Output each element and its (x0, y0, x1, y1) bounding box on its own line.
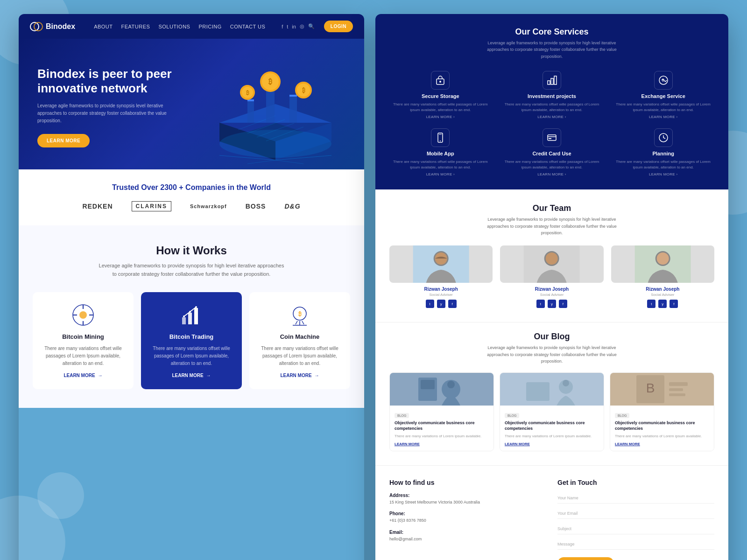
linkedin-icon: in (292, 24, 296, 29)
facebook-icon[interactable]: f (448, 300, 457, 308)
blog-post-1-link[interactable]: Learn More (395, 442, 489, 446)
logo-icon (30, 22, 43, 31)
blog-section: Our Blog Leverage agile frameworks to pr… (375, 322, 728, 465)
mining-title: Bitcoin Mining (40, 333, 126, 340)
blog-post-3-link[interactable]: Learn More (615, 442, 709, 446)
svg-rect-14 (247, 99, 254, 123)
team-grid: Rizwan Joseph Social Adviser t y f (389, 245, 714, 308)
how-it-works-section: How it Works Leverage agile frameworks t… (19, 225, 364, 408)
blog-image-2 (500, 373, 604, 406)
youtube-icon-3[interactable]: y (658, 300, 667, 308)
trading-title: Bitcoin Trading (148, 333, 234, 340)
email-label: Email: (389, 530, 546, 535)
left-website-panel: Binodex ABOUT FEATURES SOLUTIONS PRICING… (19, 14, 364, 560)
hero-cta-button[interactable]: LEARN MORE (37, 134, 90, 147)
search-icon[interactable]: 🔍 (308, 23, 315, 29)
get-in-touch-title: Get in Touch (557, 479, 714, 486)
service-6-link[interactable]: LEARN MORE › (612, 172, 714, 176)
blog-post-2-link[interactable]: Learn More (505, 442, 599, 446)
service-investment: Investment projects There are many varia… (501, 71, 603, 119)
credit-icon (543, 128, 561, 147)
hero-description: Leverage agile frameworks to provide syn… (37, 102, 177, 125)
svg-line-28 (247, 160, 275, 164)
service-1-link[interactable]: LEARN MORE › (389, 115, 492, 119)
twitter-icon-3[interactable]: t (647, 300, 655, 308)
service-credit: Credit Card Use There are many variation… (501, 128, 603, 176)
blog-tag-1: BLOG (395, 413, 409, 418)
contact-subject-input[interactable] (557, 524, 714, 534)
nav-pricing[interactable]: PRICING (198, 24, 221, 29)
twitter-icon-2[interactable]: t (536, 300, 545, 308)
service-4-link[interactable]: LEARN MORE › (389, 172, 492, 176)
team-member-2: Rizwan Joseph Social Adviser t y f (500, 245, 603, 308)
svg-rect-79 (526, 382, 550, 401)
twitter-icon[interactable]: t (426, 300, 434, 308)
team-member-3: Rizwan Joseph Social Adviser t y f (611, 245, 714, 308)
services-subtitle: Leverage agile frameworks to provide syn… (486, 40, 617, 60)
svg-rect-50 (548, 81, 550, 84)
member-2-socials: t y f (500, 300, 603, 308)
planning-icon (654, 128, 673, 147)
email-item: Email: hello@gmail.com (389, 530, 546, 543)
social-nav-icons: f t in ◎ 🔍 (282, 23, 315, 29)
address-value: 15 King Street Melbourne Victoria 3000 A… (389, 499, 546, 506)
trusted-heading: Trusted Over 2300 + Companies in the Wor… (37, 183, 345, 192)
svg-rect-87 (669, 393, 685, 396)
arrow-right-icon-2: → (206, 373, 211, 378)
svg-rect-75 (421, 380, 435, 389)
service-mobile: Mobile App There are many variations off… (389, 128, 492, 176)
facebook-icon-3[interactable]: f (669, 300, 678, 308)
svg-point-77 (447, 381, 455, 388)
member-3-socials: t y f (611, 300, 714, 308)
contact-email-input[interactable] (557, 508, 714, 519)
submit-button[interactable]: SEND MESSAGE (557, 557, 614, 560)
svg-rect-85 (669, 382, 688, 386)
hero-title: Binodex is peer to peer innovative netwo… (37, 67, 177, 96)
address-item: Address: 15 King Street Melbourne Victor… (389, 493, 546, 506)
service-5-link[interactable]: LEARN MORE › (501, 172, 603, 176)
nav-solutions[interactable]: SOLUTIONS (158, 24, 190, 29)
blog-post-1: BLOG Objectively communicate business co… (389, 372, 494, 451)
nav-about[interactable]: ABOUT (94, 24, 113, 29)
youtube-icon[interactable]: y (437, 300, 445, 308)
phone-value: +61 (0)3 8376 7850 (389, 518, 546, 524)
member-1-socials: t y f (389, 300, 493, 308)
facebook-icon-2[interactable]: f (559, 300, 567, 308)
twitter-icon: t (287, 24, 288, 29)
contact-message-input[interactable] (557, 539, 714, 550)
contact-name-input[interactable] (557, 493, 714, 504)
investment-icon (543, 71, 561, 90)
blog-post-3-desc: There are many variations of Lorem ipsum… (615, 434, 709, 439)
login-button[interactable]: LOGIN (324, 21, 353, 32)
arrow-right-icon-3: → (315, 373, 319, 378)
svg-text:₿: ₿ (298, 311, 302, 317)
blog-post-2: BLOG Objectively communicate business co… (500, 372, 604, 451)
contact-grid: How to find us Address: 15 King Street M… (389, 479, 714, 560)
svg-text:₿: ₿ (246, 90, 249, 96)
service-2-link[interactable]: LEARN MORE › (501, 115, 603, 119)
svg-rect-37 (188, 313, 192, 324)
svg-point-25 (219, 130, 331, 158)
exchange-icon (654, 71, 673, 90)
blog-grid: BLOG Objectively communicate business co… (389, 372, 714, 451)
blog-content-1: BLOG Objectively communicate business co… (390, 406, 493, 451)
nav-contact[interactable]: CONTACT US (230, 24, 266, 29)
member-2-role: Social Adviser (500, 293, 603, 297)
brand-clarins: CLARINS (132, 201, 171, 211)
works-card-trading: Bitcoin Trading There are many variation… (141, 292, 242, 389)
works-cards-container: Bitcoin Mining There are many variations… (33, 292, 350, 389)
nav-features[interactable]: FEATURES (121, 24, 150, 29)
mining-learn-more[interactable]: LEARN MORE → (40, 373, 126, 378)
mobile-icon (431, 128, 450, 147)
service-2-title: Investment projects (501, 93, 603, 99)
brand-boss: BOSS (246, 203, 266, 210)
blog-content-2: BLOG Objectively communicate business co… (500, 406, 604, 451)
service-3-link[interactable]: LEARN MORE › (612, 115, 714, 119)
trading-learn-more[interactable]: LEARN MORE → (148, 373, 234, 378)
service-5-title: Credit Card Use (501, 151, 603, 156)
coin-learn-more[interactable]: LEARN MORE → (257, 373, 343, 378)
service-1-desc: There are many variations offset wille p… (389, 102, 492, 113)
svg-line-44 (296, 321, 297, 324)
youtube-icon-2[interactable]: y (548, 300, 556, 308)
hero-graphic: ₿ ₿ ₿ (201, 48, 350, 169)
